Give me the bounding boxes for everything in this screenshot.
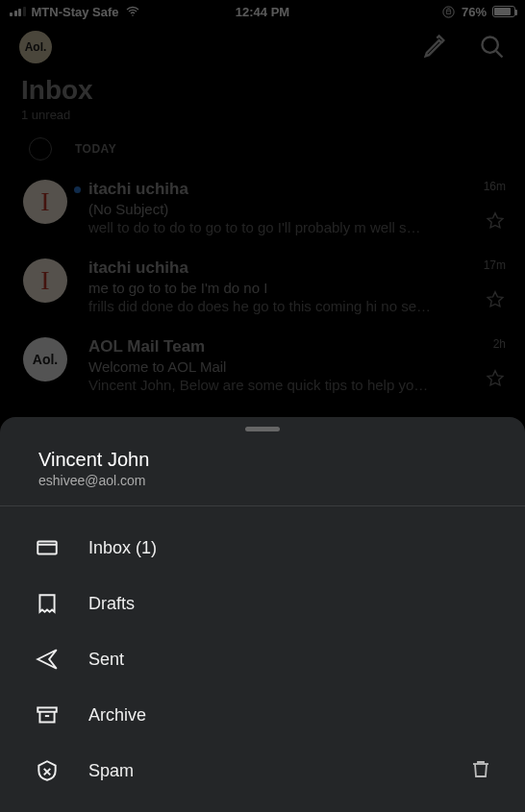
folder-label: Drafts [88,594,135,614]
account-header[interactable]: Vincent John eshivee@aol.com [0,449,525,506]
folder-label: Inbox (1) [88,538,157,558]
folder-sent[interactable]: Sent [0,631,525,687]
folder-label: Spam [88,761,134,781]
wifi-icon [125,4,140,19]
sheet-drag-handle[interactable] [245,427,280,431]
folder-archive[interactable]: Archive [0,687,525,743]
folder-drafts[interactable]: Drafts [0,576,525,631]
carrier-label: MTN-Stay Safe [32,5,119,19]
svg-point-2 [483,37,498,53]
folder-inbox[interactable]: Inbox (1) [0,520,525,576]
today-label: TODAY [75,142,116,156]
account-avatar[interactable]: Aol. [19,31,52,63]
inbox-header: Inbox 1 unread [0,71,525,132]
email-time: 2h [485,337,506,351]
star-icon[interactable] [485,368,506,393]
page-title: Inbox [21,75,504,106]
status-bar: MTN-Stay Safe 12:44 PM 76% [0,0,525,23]
email-time: 17m [484,258,506,272]
status-right: 76% [441,5,515,19]
orientation-lock-icon [441,5,456,19]
sender-avatar: I [23,180,67,224]
status-left: MTN-Stay Safe [10,4,140,19]
sender-avatar: Aol. [23,337,67,381]
inbox-icon [35,535,60,560]
folder-spam[interactable]: Spam [0,743,525,799]
spam-icon [35,758,60,783]
svg-rect-4 [38,707,57,711]
sender-name: itachi uchiha [88,258,188,278]
battery-percent: 76% [462,5,487,19]
email-row[interactable]: Aol. AOL Mail Team Welcome to AOL Mail V… [0,328,525,406]
star-icon[interactable] [484,210,506,235]
app-toolbar: Aol. [0,23,525,71]
sender-name: itachi uchiha [88,180,188,199]
unread-dot-icon [74,186,81,193]
account-name: Vincent John [38,449,487,471]
signal-icon [10,7,26,16]
archive-icon [35,702,60,727]
select-all-toggle[interactable] [29,137,52,160]
email-subject: Welcome to AOL Mail [88,358,506,375]
trash-icon[interactable] [469,757,492,785]
email-row[interactable]: I itachi uchiha (No Subject) well to do … [0,170,525,249]
folder-label: Archive [88,705,146,726]
unread-count: 1 unread [21,108,504,122]
compose-icon[interactable] [421,34,448,61]
email-preview: Vincent John, Below are some quick tips … [88,377,454,393]
email-time: 16m [484,180,506,193]
folder-label: Sent [88,650,124,670]
sent-icon [35,647,60,672]
sender-avatar: I [23,258,67,303]
folder-list: Inbox (1) Drafts Sent Archive Spam [0,506,525,799]
battery-icon [492,6,515,17]
email-preview: well to do to do to go to to go I'll pro… [88,219,454,235]
today-section-header: TODAY [0,132,525,170]
star-icon[interactable] [484,289,506,314]
email-preview: frills did done do does he go to this co… [88,298,454,314]
email-row[interactable]: I itachi uchiha me to go to to be I'm do… [0,249,525,328]
account-email: eshivee@aol.com [38,473,487,488]
email-subject: (No Subject) [88,201,506,217]
svg-point-0 [132,14,134,16]
email-subject: me to go to to be I'm do no I [88,280,506,296]
folders-bottom-sheet: Vincent John eshivee@aol.com Inbox (1) D… [0,417,525,812]
search-icon[interactable] [479,34,506,61]
sender-name: AOL Mail Team [88,337,205,357]
drafts-icon [35,591,60,616]
svg-rect-3 [38,542,57,554]
